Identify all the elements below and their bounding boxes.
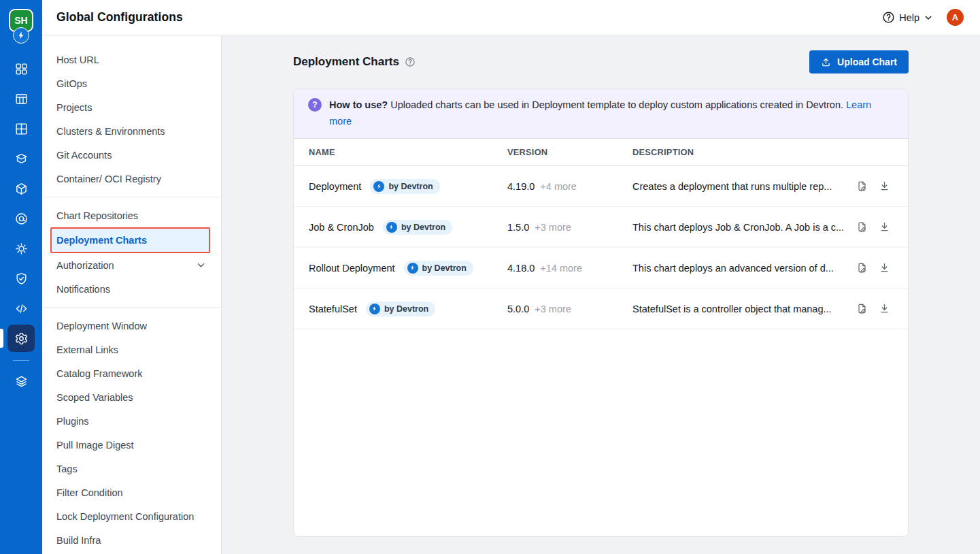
devtron-logo-icon (369, 304, 380, 314)
avatar[interactable]: A (947, 9, 964, 26)
sidebar-item-label: Notifications (56, 284, 206, 295)
sidebar-item-label: Authorization (56, 260, 196, 271)
download-icon[interactable] (879, 303, 890, 314)
sidebar-item-label: Chart Repositories (56, 210, 206, 221)
preview-values-icon[interactable] (856, 262, 868, 274)
rail-gear-icon[interactable] (7, 325, 35, 352)
rail-stack-icon[interactable] (7, 368, 35, 395)
upload-icon (821, 57, 831, 67)
sidebar-item-deployment-window[interactable]: Deployment Window (42, 314, 221, 338)
more-versions[interactable]: +4 more (540, 181, 577, 192)
devtron-logo-icon (13, 27, 29, 44)
sidebar-item-build-infra[interactable]: Build Infra (42, 528, 221, 552)
sidebar-item-host-url[interactable]: Host URL (42, 48, 221, 71)
sidebar-item-label: Pull Image Digest (56, 440, 206, 451)
sidebar-divider (42, 307, 221, 308)
devtron-logo-icon (373, 181, 384, 192)
sidebar-divider (42, 197, 221, 197)
chevron-down-icon (196, 260, 206, 270)
app-root: SH Global Configurations Help A Host URL… (0, 0, 980, 554)
rail-cog-flower-icon[interactable] (7, 235, 35, 262)
rail-jobs-table-icon[interactable] (7, 85, 35, 112)
settings-sidebar: Host URLGitOpsProjectsClusters & Environ… (42, 35, 222, 554)
rail-chart-store-icon[interactable] (7, 145, 35, 172)
table-header: NAME VERSION DESCRIPTION (294, 139, 908, 166)
preview-values-icon[interactable] (856, 180, 868, 192)
help-menu[interactable]: Help (882, 11, 933, 24)
sidebar-item-tags[interactable]: Tags (42, 457, 221, 480)
chart-row[interactable]: StatefulSetby Devtron5.0.0+3 moreStatefu… (294, 289, 908, 329)
sidebar-item-pull-image-digest[interactable]: Pull Image Digest (42, 433, 221, 457)
sidebar-item-deployment-charts[interactable]: Deployment Charts (50, 227, 210, 253)
download-icon[interactable] (879, 262, 890, 274)
sidebar-item-label: External Links (56, 344, 206, 355)
sidebar-item-container-oci-registry[interactable]: Container/ OCI Registry (42, 167, 221, 191)
by-devtron-badge: by Devtron (383, 220, 452, 235)
sidebar-item-label: Deployment Charts (56, 235, 202, 246)
by-devtron-badge: by Devtron (366, 302, 435, 316)
deployment-charts-card: ? How to use? Uploaded charts can be use… (293, 88, 909, 537)
chart-description: Creates a deployment that runs multiple … (632, 181, 854, 192)
help-circle-icon (882, 11, 895, 24)
rail-target-icon[interactable] (7, 205, 35, 232)
sidebar-item-filter-condition[interactable]: Filter Condition (42, 480, 221, 504)
chart-name: StatefulSet (309, 304, 357, 314)
rail-divider (13, 360, 29, 361)
sidebar-item-notifications[interactable]: Notifications (42, 277, 221, 301)
question-badge-icon: ? (308, 98, 322, 112)
sidebar-item-label: Scoped Variables (56, 392, 206, 403)
rail-app-group-icon[interactable] (7, 115, 35, 142)
sidebar-item-label: Plugins (56, 416, 206, 427)
chart-version: 5.0.0 (507, 304, 529, 314)
sidebar-item-external-links[interactable]: External Links (42, 338, 221, 361)
sidebar-item-label: Container/ OCI Registry (56, 174, 206, 184)
by-devtron-badge: by Devtron (370, 179, 439, 194)
sidebar-item-label: GitOps (56, 78, 206, 89)
chart-row[interactable]: Deploymentby Devtron4.19.0+4 moreCreates… (294, 166, 908, 207)
sidebar-item-projects[interactable]: Projects (42, 95, 221, 119)
more-versions[interactable]: +3 more (535, 304, 571, 314)
preview-values-icon[interactable] (856, 303, 868, 314)
section-title: Deployment Charts (293, 55, 399, 69)
devtron-logo-icon (386, 222, 397, 233)
devtron-logo-icon (407, 263, 418, 274)
rail-code-icon[interactable] (7, 295, 35, 322)
column-name: NAME (309, 147, 507, 157)
rail-shield-check-icon[interactable] (7, 265, 35, 292)
chart-version: 4.19.0 (507, 181, 535, 192)
sidebar-item-plugins[interactable]: Plugins (42, 409, 221, 433)
how-to-use-banner: ? How to use? Uploaded charts can be use… (294, 89, 908, 139)
chart-version: 1.5.0 (507, 222, 529, 233)
more-versions[interactable]: +14 more (540, 263, 582, 274)
sidebar-item-authorization[interactable]: Authorization (42, 253, 221, 277)
chart-description: This chart deploys an advanced version o… (632, 263, 854, 274)
sidebar-item-catalog-framework[interactable]: Catalog Framework (42, 361, 221, 385)
sidebar-item-label: Clusters & Environments (56, 126, 206, 137)
preview-values-icon[interactable] (856, 221, 868, 233)
sidebar-item-git-accounts[interactable]: Git Accounts (42, 143, 221, 167)
sidebar-item-scoped-variables[interactable]: Scoped Variables (42, 385, 221, 409)
sidebar-item-label: Filter Condition (56, 487, 206, 498)
download-icon[interactable] (879, 180, 890, 192)
chart-description: StatefulSet is a controller object that … (632, 304, 854, 314)
chart-name: Deployment (309, 181, 361, 192)
sidebar-item-label: Build Infra (56, 535, 206, 546)
section-help-icon[interactable] (405, 56, 416, 67)
sidebar-item-chart-repositories[interactable]: Chart Repositories (42, 203, 221, 227)
sidebar-item-clusters-environments[interactable]: Clusters & Environments (42, 119, 221, 143)
rail-apps-grid-icon[interactable] (7, 55, 35, 82)
sidebar-item-gitops[interactable]: GitOps (42, 71, 221, 95)
banner-text: How to use? Uploaded charts can be used … (329, 97, 892, 129)
sidebar-item-label: Catalog Framework (56, 368, 206, 379)
org-logo[interactable]: SH (9, 9, 33, 44)
icon-rail: SH (0, 0, 42, 554)
rail-resource-cube-icon[interactable] (7, 175, 35, 202)
download-icon[interactable] (879, 221, 890, 233)
chart-row[interactable]: Job & CronJobby Devtron1.5.0+3 moreThis … (294, 207, 908, 248)
chart-description: This chart deploys Job & CronJob. A Job … (632, 222, 854, 233)
sidebar-item-lock-deployment-configuration[interactable]: Lock Deployment Configuration (42, 504, 221, 528)
upload-chart-button[interactable]: Upload Chart (809, 50, 909, 74)
chart-version: 4.18.0 (507, 263, 535, 274)
more-versions[interactable]: +3 more (535, 222, 571, 233)
chart-row[interactable]: Rollout Deploymentby Devtron4.18.0+14 mo… (294, 248, 908, 289)
